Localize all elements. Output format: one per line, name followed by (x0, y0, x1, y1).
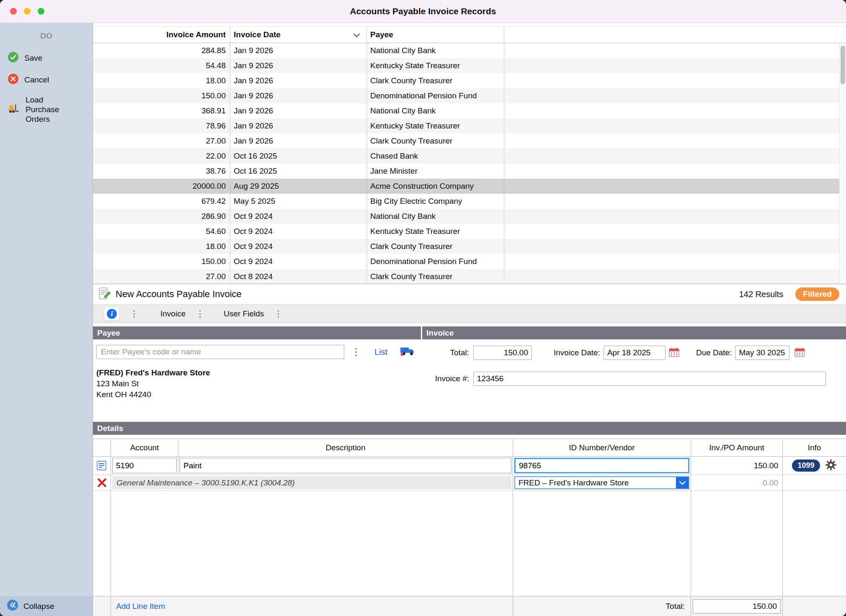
table-row[interactable]: 20000.00 Aug 29 2025 Acme Construction C… (93, 179, 846, 194)
table-row[interactable]: 22.00 Oct 16 2025 Chased Bank (93, 149, 846, 164)
chevron-down-icon[interactable] (353, 30, 360, 39)
invoice-number-input[interactable] (473, 372, 826, 386)
cell-payee: Clark County Treasurer (367, 133, 504, 149)
save-button[interactable]: Save (0, 47, 93, 69)
account-input[interactable] (112, 458, 177, 473)
badge-1099[interactable]: 1099 (792, 459, 820, 472)
payee-list-link[interactable]: List (374, 347, 387, 357)
cell-invoice-amount: 54.60 (93, 224, 230, 239)
truck-icon[interactable] (400, 346, 415, 358)
tab-invoice[interactable]: Invoice (160, 309, 186, 318)
details-header-id-vendor: ID Number/Vendor (513, 439, 691, 456)
info-button[interactable]: i (104, 307, 120, 321)
calendar-icon[interactable] (794, 347, 805, 359)
forklift-icon (8, 103, 20, 116)
cell-payee: Clark County Treasurer (367, 269, 504, 284)
column-header-invoice-date[interactable]: Invoice Date (230, 27, 367, 43)
table-row[interactable]: 78.96 Jan 9 2026 Kentucky State Treasure… (93, 118, 846, 133)
table-row[interactable]: 27.00 Oct 8 2024 Clark County Treasurer (93, 269, 846, 284)
cell-filler (504, 209, 846, 224)
filtered-badge[interactable]: Filtered (795, 287, 839, 301)
close-window-button[interactable] (10, 8, 17, 15)
description-input[interactable] (180, 458, 511, 473)
calendar-icon[interactable] (669, 347, 679, 359)
footer-info-col (782, 596, 846, 616)
cancel-label: Cancel (24, 75, 49, 85)
cell-invoice-date: Jan 9 2026 (230, 43, 367, 58)
footer-icon-col (93, 596, 111, 616)
save-label: Save (24, 53, 42, 63)
cell-filler (504, 269, 846, 284)
cell-filler (504, 149, 846, 164)
chevron-down-icon[interactable] (676, 477, 689, 488)
table-row[interactable]: 18.00 Jan 9 2026 Clark County Treasurer (93, 73, 846, 88)
cell-invoice-date: Oct 9 2024 (230, 254, 367, 269)
vertical-scrollbar[interactable] (839, 43, 846, 284)
column-header-payee[interactable]: Payee (367, 27, 504, 43)
total-input[interactable] (473, 346, 532, 360)
cell-payee: Denominational Pension Fund (367, 254, 504, 269)
cell-invoice-amount: 54.48 (93, 58, 230, 73)
line-amount[interactable]: 150.00 (691, 457, 782, 475)
line-detail-icon[interactable] (93, 457, 111, 475)
payee-panel-header: Payee (93, 326, 421, 339)
total-label: Total: (422, 348, 469, 357)
table-row[interactable]: 368.91 Jan 9 2026 National City Bank (93, 103, 846, 118)
table-row[interactable]: 284.85 Jan 9 2026 National City Bank (93, 43, 846, 58)
collapse-chevrons-icon (7, 599, 18, 613)
sidebar: DO Save Cancel (0, 23, 93, 616)
details-footer: Add Line Item Total: 150.00 (93, 596, 846, 616)
cell-filler (504, 88, 846, 103)
table-row[interactable]: 54.48 Jan 9 2026 Kentucky State Treasure… (93, 58, 846, 73)
cell-invoice-date: Oct 9 2024 (230, 224, 367, 239)
invoice-number-label: Invoice #: (422, 374, 469, 383)
table-row[interactable]: 18.00 Oct 9 2024 Clark County Treasurer (93, 239, 846, 254)
table-row[interactable]: 150.00 Jan 9 2026 Denominational Pension… (93, 88, 846, 103)
tab-drag-handle-icon[interactable]: ⋮ (196, 309, 204, 318)
cell-payee: Kentucky State Treasurer (367, 224, 504, 239)
cell-invoice-date: Oct 16 2025 (230, 149, 367, 164)
cell-payee: Big City Electric Company (367, 194, 504, 209)
id-number-input[interactable] (514, 458, 689, 473)
invoice-date-input[interactable] (604, 346, 665, 360)
cell-invoice-date: Jan 9 2026 (230, 88, 367, 103)
gear-icon[interactable] (825, 459, 837, 472)
cell-invoice-date: Oct 9 2024 (230, 209, 367, 224)
column-header-invoice-amount[interactable]: Invoice Amount (93, 27, 230, 43)
minimize-window-button[interactable] (24, 8, 31, 15)
cell-payee: Clark County Treasurer (367, 73, 504, 88)
detail-line-row: 150.00 1099 (93, 457, 846, 475)
due-date-label: Due Date: (696, 348, 732, 357)
table-row[interactable]: 38.76 Oct 16 2025 Jane Minister (93, 164, 846, 179)
cell-invoice-amount: 22.00 (93, 149, 230, 164)
details-total-label: Total: (513, 596, 691, 616)
scrollbar-thumb[interactable] (841, 46, 845, 84)
payee-search-input[interactable] (96, 345, 344, 359)
due-date-input[interactable] (735, 346, 789, 360)
table-row[interactable]: 679.42 May 5 2025 Big City Electric Comp… (93, 194, 846, 209)
tab-drag-handle-icon[interactable]: ⋮ (130, 309, 139, 318)
cell-invoice-amount: 284.85 (93, 43, 230, 58)
delete-line-icon[interactable] (93, 475, 111, 490)
table-row[interactable]: 150.00 Oct 9 2024 Denominational Pension… (93, 254, 846, 269)
table-row[interactable]: 286.90 Oct 9 2024 National City Bank (93, 209, 846, 224)
x-circle-icon (8, 73, 19, 87)
load-purchase-orders-button[interactable]: Load Purchase Orders (0, 91, 93, 128)
tab-drag-handle-icon[interactable]: ⋮ (274, 309, 283, 318)
cell-invoice-amount: 150.00 (93, 88, 230, 103)
table-row[interactable]: 27.00 Jan 9 2026 Clark County Treasurer (93, 133, 846, 149)
add-line-item-button[interactable]: Add Line Item (111, 602, 165, 611)
vendor-dropdown[interactable]: FRED – Fred's Hardware Store (514, 476, 689, 489)
cell-filler (504, 118, 846, 133)
cancel-button[interactable]: Cancel (0, 69, 93, 91)
collapse-sidebar-button[interactable]: Collapse (0, 596, 93, 616)
zoom-window-button[interactable] (38, 8, 44, 15)
table-row[interactable]: 54.60 Oct 9 2024 Kentucky State Treasure… (93, 224, 846, 239)
payee-panel: Payee ⋮ List (93, 326, 421, 418)
details-panel: Details Account Description ID Number/Ve… (93, 422, 846, 616)
tab-user-fields[interactable]: User Fields (224, 309, 264, 318)
more-options-icon[interactable]: ⋮ (351, 346, 361, 358)
details-header-info: Info (782, 439, 846, 456)
payee-name: (FRED) Fred's Hardware Store (96, 367, 415, 378)
cell-payee: Jane Minister (367, 164, 504, 179)
